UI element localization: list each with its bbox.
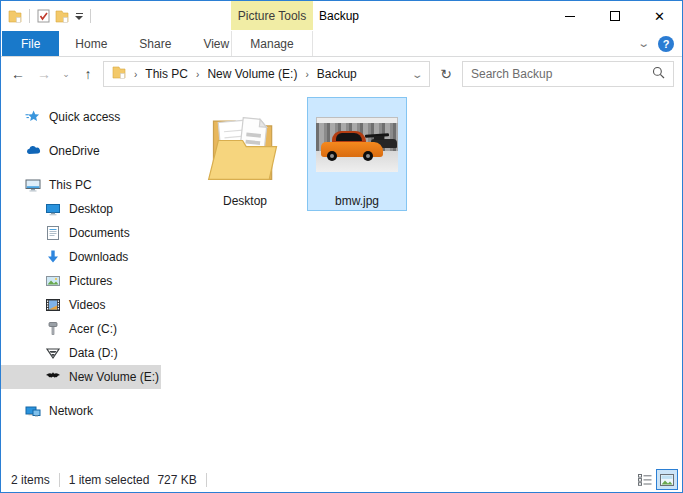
- breadcrumb-this-pc[interactable]: This PC: [141, 67, 192, 81]
- tab-share[interactable]: Share: [123, 31, 187, 56]
- title-bar: Picture Tools Backup ✕: [1, 1, 682, 31]
- picture-tools-tab-group: Picture Tools: [231, 1, 313, 30]
- onedrive-cloud-icon: [25, 143, 41, 159]
- sidebar-item-acer-c[interactable]: Acer (C:): [1, 317, 161, 341]
- sidebar-item-label: Pictures: [69, 274, 112, 288]
- sidebar-item-downloads[interactable]: Downloads: [1, 245, 161, 269]
- minimize-button[interactable]: [547, 1, 592, 31]
- thumbnail-view-button[interactable]: [656, 469, 678, 490]
- status-bar: 2 items 1 item selected 727 KB: [1, 468, 682, 492]
- search-icon[interactable]: [644, 66, 673, 82]
- address-dropdown: ⌄: [407, 69, 427, 80]
- breadcrumb-backup[interactable]: Backup: [313, 67, 361, 81]
- video-film-icon: [45, 297, 61, 313]
- address-bar[interactable]: › This PC › New Volume (E:) › Backup ⌄: [103, 61, 430, 87]
- chevron-down-icon[interactable]: ⌄: [402, 69, 433, 80]
- tab-file[interactable]: File: [2, 31, 59, 56]
- back-button[interactable]: ←: [7, 63, 29, 85]
- tab-manage[interactable]: Manage: [231, 31, 313, 56]
- status-separator: [59, 473, 60, 487]
- close-icon: ✕: [654, 10, 665, 23]
- sidebar-item-label: Data (D:): [69, 346, 118, 360]
- recent-locations-icon[interactable]: ⌄: [59, 63, 73, 85]
- quick-access-toolbar: [1, 9, 93, 23]
- folder-open-icon: [197, 99, 293, 189]
- sidebar-item-label: Videos: [69, 298, 105, 312]
- address-bar-row: ← → ⌄ ↑ › This PC › New Volume (E:) › Ba…: [1, 57, 682, 91]
- sidebar-item-label: Desktop: [69, 202, 113, 216]
- computer-icon: [25, 177, 41, 193]
- tab-home[interactable]: Home: [59, 31, 123, 56]
- drive-c-hammer-icon: [45, 321, 61, 337]
- forward-button[interactable]: →: [33, 63, 55, 85]
- sidebar-item-this-pc[interactable]: This PC: [1, 173, 161, 197]
- sidebar-item-network[interactable]: Network: [1, 399, 161, 423]
- maximize-button[interactable]: [592, 1, 637, 31]
- help-icon[interactable]: ?: [658, 36, 674, 52]
- drive-d-shield-icon: [45, 345, 61, 361]
- download-arrow-icon: [45, 249, 61, 265]
- toolbar-separator: [90, 9, 91, 23]
- customize-toolbar-icon[interactable]: [75, 13, 83, 20]
- sidebar-item-label: Network: [49, 404, 93, 418]
- folder-icon: [112, 66, 126, 82]
- file-item-desktop[interactable]: Desktop: [195, 97, 295, 211]
- file-name-label: bmw.jpg: [331, 193, 383, 209]
- sidebar-item-data-d[interactable]: Data (D:): [1, 341, 161, 365]
- sidebar-item-label: Downloads: [69, 250, 128, 264]
- minimize-icon: [565, 16, 575, 17]
- selection-count: 1 item selected: [69, 473, 150, 487]
- selection-size: 727 KB: [157, 473, 196, 487]
- sidebar-item-label: Acer (C:): [69, 322, 117, 336]
- new-folder-icon[interactable]: [55, 10, 69, 23]
- explorer-window: Picture Tools Backup ✕ File Home Share V…: [0, 0, 683, 493]
- chevron-right-icon[interactable]: ›: [301, 69, 312, 80]
- properties-check-icon[interactable]: [37, 9, 50, 23]
- search-input[interactable]: [463, 62, 644, 86]
- window-body: Quick access OneDrive This PC Desktop: [1, 91, 682, 468]
- refresh-icon[interactable]: ↻: [434, 62, 458, 86]
- ribbon-right-controls: ⌄ ?: [639, 31, 674, 56]
- view-toggles: [634, 469, 678, 490]
- item-count: 2 items: [11, 473, 50, 487]
- window-title: Backup: [319, 1, 359, 31]
- picture-icon: [45, 273, 61, 289]
- search-box: [462, 61, 674, 87]
- details-view-button[interactable]: [634, 469, 656, 490]
- toolbar-separator: [29, 9, 30, 23]
- expand-ribbon-icon[interactable]: ⌄: [637, 37, 650, 50]
- sidebar-item-label: This PC: [49, 178, 92, 192]
- up-button[interactable]: ↑: [77, 63, 99, 85]
- file-name-label: Desktop: [219, 193, 271, 209]
- quick-access-star-icon: [25, 109, 41, 125]
- network-icon: [25, 403, 41, 419]
- maximize-icon: [610, 11, 620, 21]
- sidebar-item-quick-access[interactable]: Quick access: [1, 105, 161, 129]
- sidebar-item-label: New Volume (E:): [69, 370, 159, 384]
- sidebar-item-documents[interactable]: Documents: [1, 221, 161, 245]
- breadcrumb-new-volume-e[interactable]: New Volume (E:): [203, 67, 301, 81]
- close-button[interactable]: ✕: [637, 1, 682, 31]
- navigation-pane: Quick access OneDrive This PC Desktop: [1, 91, 161, 468]
- chevron-right-icon[interactable]: ›: [192, 69, 203, 80]
- bmw-photo: [316, 117, 398, 172]
- window-controls: ✕: [547, 1, 682, 31]
- file-list-area[interactable]: Desktop: [161, 91, 682, 468]
- file-item-bmw-jpg[interactable]: bmw.jpg: [307, 97, 407, 211]
- ribbon-tab-row: File Home Share View Manage ⌄ ?: [1, 31, 682, 57]
- sidebar-item-label: Documents: [69, 226, 130, 240]
- folder-icon[interactable]: [8, 10, 22, 23]
- sidebar-item-pictures[interactable]: Pictures: [1, 269, 161, 293]
- sidebar-item-desktop[interactable]: Desktop: [1, 197, 161, 221]
- breadcrumb: › This PC › New Volume (E:) › Backup: [130, 67, 361, 81]
- chevron-right-icon[interactable]: ›: [130, 69, 141, 80]
- sidebar-item-label: OneDrive: [49, 144, 100, 158]
- desktop-icon: [45, 201, 61, 217]
- bmw-image-thumbnail: [309, 99, 405, 189]
- document-icon: [45, 225, 61, 241]
- sidebar-item-label: Quick access: [49, 110, 120, 124]
- sidebar-item-onedrive[interactable]: OneDrive: [1, 139, 161, 163]
- status-separator: [206, 473, 207, 487]
- sidebar-item-videos[interactable]: Videos: [1, 293, 161, 317]
- sidebar-item-new-volume-e[interactable]: New Volume (E:): [1, 365, 161, 389]
